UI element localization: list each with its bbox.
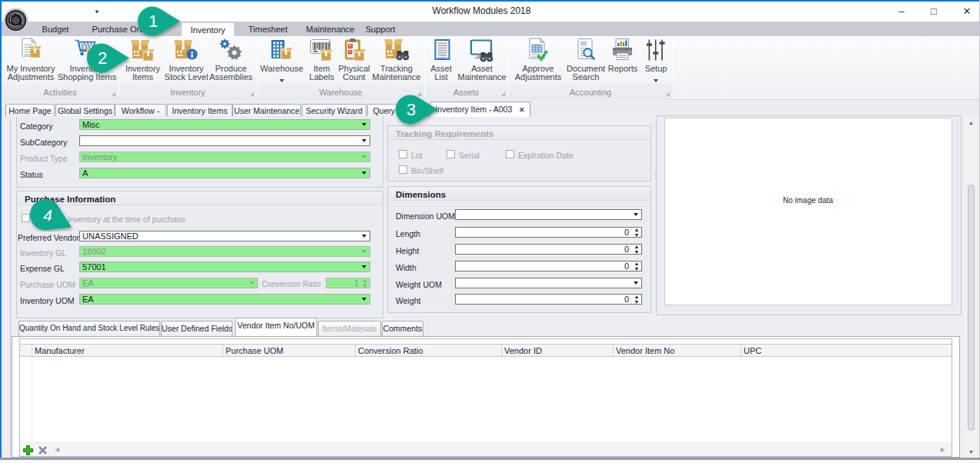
svg-text:1: 1: [149, 12, 158, 31]
svg-text:3: 3: [406, 100, 416, 119]
svg-text:4: 4: [43, 206, 52, 224]
svg-text:2: 2: [98, 48, 107, 68]
